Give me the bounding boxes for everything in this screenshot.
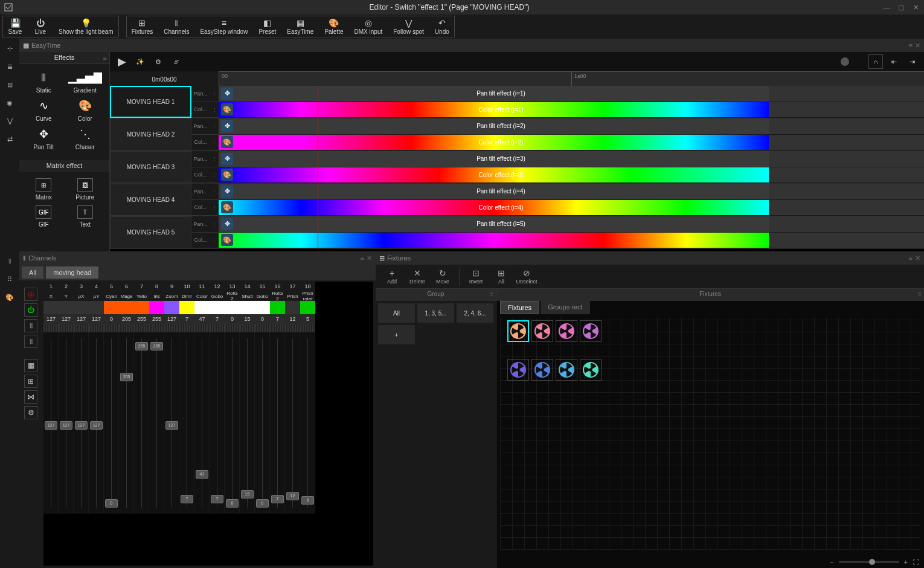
channel-preset[interactable] <box>164 324 179 332</box>
ch-mode-settings-icon[interactable]: ⚙ <box>24 406 37 419</box>
channel-swatch[interactable] <box>43 301 59 314</box>
track-label[interactable]: MOVING HEAD 1 <box>110 86 191 118</box>
live-button[interactable]: ⏻Live <box>28 16 53 37</box>
timeline-clip[interactable]: 🎨 <box>219 233 769 248</box>
fixture-item[interactable] <box>580 320 602 342</box>
channel-swatch[interactable] <box>104 301 119 314</box>
channel-preset[interactable] <box>149 324 164 332</box>
fixture-group-button[interactable]: 1, 3, 5... <box>417 303 454 323</box>
fixtures-grid-area[interactable] <box>500 318 920 550</box>
panel-close-icon[interactable]: ✕ <box>915 254 920 262</box>
wand-button[interactable]: ✨ <box>133 54 147 69</box>
fader-thumb[interactable]: 15 <box>241 490 254 499</box>
channel-preset[interactable] <box>89 324 104 332</box>
channel-swatch[interactable] <box>194 301 210 314</box>
channel-preset[interactable] <box>104 324 119 332</box>
fixtures-button[interactable]: ⊞Fixtures <box>127 16 158 37</box>
channel-preset[interactable] <box>194 324 210 332</box>
track-label[interactable]: MOVING HEAD 3 <box>110 151 191 183</box>
ch-mode-power-icon[interactable]: ⏻ <box>24 303 37 317</box>
track-label[interactable]: MOVING HEAD 2 <box>110 118 191 150</box>
fader-thumb[interactable]: 0 <box>256 499 269 508</box>
effect-color[interactable]: 🎨Color <box>67 98 104 122</box>
channel-fader[interactable]: 0 <box>104 332 119 514</box>
fx-delete-button[interactable]: ✕Delete <box>406 268 429 285</box>
list-right-button[interactable]: ⇥ <box>905 54 919 69</box>
channel-fader[interactable]: 0 <box>225 332 240 514</box>
panel-menu-icon[interactable]: ≡ <box>361 254 364 262</box>
channel-fader[interactable]: 127 <box>89 332 104 514</box>
effect-static[interactable]: ⫴Static <box>25 70 62 94</box>
fx-invert-button[interactable]: ⊡Invert <box>464 268 487 285</box>
timeline-lane[interactable]: 🎨Color effect (i=4) <box>219 200 924 216</box>
panel-menu-icon[interactable]: ≡ <box>909 254 913 262</box>
ch-tool-dots-icon[interactable]: ⠿ <box>1 271 18 288</box>
channel-fader[interactable]: 5 <box>300 332 315 514</box>
timeline-clip[interactable]: 🎨Color effect (i=1) <box>219 102 769 118</box>
palette-button[interactable]: 🎨Palette <box>319 16 348 37</box>
maximize-button[interactable]: ▢ <box>896 2 906 12</box>
timeline-clip[interactable]: ✥Pan tilt effect (i=2) <box>219 118 769 134</box>
waveform-button[interactable]: ⫻ <box>169 54 184 69</box>
fader-thumb[interactable]: 12 <box>286 492 299 500</box>
fixture-item[interactable] <box>507 359 529 381</box>
matrix-effect-text[interactable]: TText <box>67 205 104 228</box>
fixture-item[interactable] <box>580 359 602 381</box>
channel-preset[interactable] <box>210 324 225 332</box>
lane-options-icon[interactable]: ⋮ <box>210 216 219 233</box>
timeline-clip[interactable]: ✥Pan tilt effect (i=5) <box>219 216 769 232</box>
ch-mode-grid2-icon[interactable]: ⊞ <box>24 375 37 388</box>
ch-mode-link-icon[interactable]: ⋈ <box>24 390 37 404</box>
tool-beam-icon[interactable]: ⋁ <box>1 112 18 129</box>
fader-thumb[interactable]: 127 <box>45 421 57 430</box>
channel-fader[interactable]: 7 <box>270 332 285 514</box>
playhead[interactable] <box>318 86 318 118</box>
channel-swatch[interactable] <box>300 301 315 314</box>
channel-fader[interactable]: 7 <box>210 332 225 514</box>
list-left-button[interactable]: ⇤ <box>887 54 901 69</box>
fader-thumb[interactable]: 5 <box>301 496 314 505</box>
group-menu-icon[interactable]: ≡ <box>490 291 493 297</box>
timeline-lane[interactable]: ✥Pan tilt effect (i=2) <box>219 118 924 135</box>
channel-fader[interactable]: 15 <box>240 332 255 514</box>
channel-preset[interactable] <box>285 324 300 332</box>
playhead[interactable] <box>318 216 318 248</box>
preset-button[interactable]: ◧Preset <box>254 16 281 37</box>
track-label[interactable]: MOVING HEAD 4 <box>110 184 191 216</box>
tool-layers-icon[interactable]: ≣ <box>1 58 18 75</box>
timeline-clip[interactable]: 🎨Color effect (i=3) <box>219 167 769 183</box>
matrix-effect-matrix[interactable]: ⊞Matrix <box>25 178 62 201</box>
fader-thumb[interactable]: 7 <box>211 495 223 503</box>
ch-mode-sliders-icon[interactable]: ⫴ <box>24 319 37 332</box>
zoom-in-button[interactable]: + <box>904 558 908 566</box>
channel-preset[interactable] <box>179 324 194 332</box>
fx-unselect-button[interactable]: ⊘Unselect <box>515 268 538 285</box>
fader-thumb[interactable]: 127 <box>165 421 178 430</box>
panel-menu-icon[interactable]: ≡ <box>909 42 913 50</box>
channel-preset[interactable] <box>300 324 315 332</box>
playhead[interactable] <box>318 151 318 183</box>
magnet-button[interactable]: ∩ <box>868 54 883 69</box>
fx-all-button[interactable]: ⊞All <box>490 268 513 285</box>
fader-thumb[interactable]: 7 <box>181 495 193 503</box>
timeline-lane[interactable]: 🎨Color effect (i=2) <box>219 135 924 151</box>
fixture-group-button[interactable]: 2, 4, 6... <box>457 303 493 323</box>
panel-close-icon[interactable]: ✕ <box>915 42 920 50</box>
channel-preset[interactable] <box>240 324 255 332</box>
fixture-item[interactable] <box>507 320 529 342</box>
fader-thumb[interactable]: 255 <box>135 342 148 350</box>
fader-thumb[interactable]: 205 <box>120 373 133 381</box>
channel-swatch[interactable] <box>179 301 194 314</box>
dmx-input-button[interactable]: ◎DMX input <box>350 16 388 37</box>
zoom-fit-button[interactable]: ⛶ <box>913 558 919 566</box>
fixtures-menu-icon[interactable]: ≡ <box>918 291 922 297</box>
channel-fader[interactable]: 255 <box>149 332 164 514</box>
lane-options-icon[interactable]: ⋮ <box>210 86 219 102</box>
fader-thumb[interactable]: 47 <box>196 470 208 479</box>
lane-options-icon[interactable]: ⋮ <box>210 167 219 184</box>
channel-preset[interactable] <box>59 324 74 332</box>
channel-fader[interactable]: 12 <box>285 332 300 514</box>
fader-thumb[interactable]: 7 <box>271 495 284 503</box>
fader-thumb[interactable]: 127 <box>90 421 103 430</box>
channel-preset[interactable] <box>43 324 59 332</box>
